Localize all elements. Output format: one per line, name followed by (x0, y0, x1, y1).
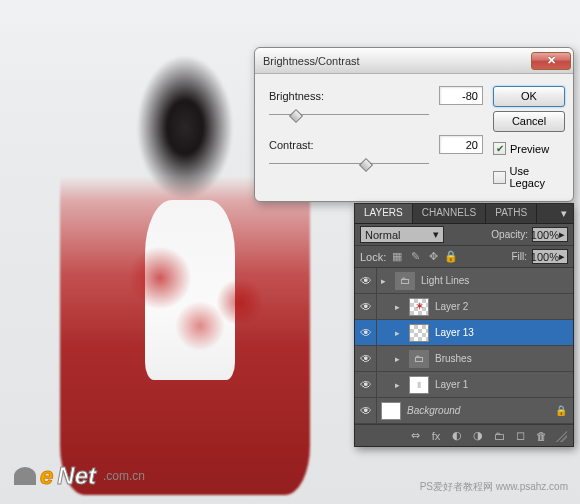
lock-icon: 🔒 (555, 405, 567, 416)
chevron-icon: ▸ (559, 250, 565, 263)
tab-channels[interactable]: CHANNELS (413, 204, 486, 223)
disclosure-arrow-icon[interactable]: ▸ (395, 354, 403, 364)
lock-pixels-icon[interactable]: ✎ (409, 251, 421, 263)
layer-name: Light Lines (421, 275, 469, 286)
tab-paths[interactable]: PATHS (486, 204, 537, 223)
contrast-slider[interactable] (269, 158, 429, 174)
disclosure-arrow-icon[interactable]: ▸ (395, 380, 403, 390)
lock-transparent-icon[interactable]: ▦ (391, 251, 403, 263)
close-button[interactable]: ✕ (531, 52, 571, 70)
fill-input[interactable]: 100%▸ (532, 249, 568, 264)
visibility-toggle[interactable]: 👁 (355, 294, 377, 319)
layer-thumbnail (409, 324, 429, 342)
logo-net: Net (57, 462, 96, 490)
lock-position-icon[interactable]: ✥ (427, 251, 439, 263)
brightness-row: Brightness: (269, 86, 483, 105)
ok-button[interactable]: OK (493, 86, 565, 107)
controls-area: Brightness: Contrast: (269, 86, 483, 189)
folder-icon: 🗀 (409, 350, 429, 368)
layer-row-light-lines[interactable]: 👁 ▸ 🗀 Light Lines (355, 268, 573, 294)
preview-row[interactable]: ✔ Preview (493, 142, 565, 155)
brightness-input[interactable] (439, 86, 483, 105)
link-layers-icon[interactable]: ⇔ (408, 429, 422, 443)
preview-label: Preview (510, 143, 549, 155)
disclosure-arrow-icon[interactable]: ▸ (395, 328, 403, 338)
lock-icons: ▦ ✎ ✥ 🔒 (391, 251, 457, 263)
contrast-slider-thumb[interactable] (359, 158, 373, 172)
contrast-input[interactable] (439, 135, 483, 154)
resize-grip[interactable] (555, 430, 567, 442)
legacy-row[interactable]: Use Legacy (493, 165, 565, 189)
brightness-contrast-dialog: Brightness/Contrast ✕ Brightness: Contra… (254, 47, 574, 202)
lock-row: Lock: ▦ ✎ ✥ 🔒 Fill: 100%▸ (355, 246, 573, 268)
disclosure-arrow-icon[interactable]: ▸ (381, 276, 389, 286)
dialog-title: Brightness/Contrast (263, 55, 531, 67)
chevron-down-icon: ▾ (433, 228, 439, 241)
lock-label: Lock: (360, 251, 386, 263)
brightness-label: Brightness: (269, 90, 339, 102)
close-icon: ✕ (547, 54, 556, 67)
layer-row-layer13[interactable]: 👁 ▸ Layer 13 (355, 320, 573, 346)
opacity-value: 100% (531, 229, 559, 241)
layers-footer: ⇔ fx ◐ ◑ 🗀 ◻ 🗑 (355, 424, 573, 446)
layer-thumbnail: ✶ (409, 298, 429, 316)
brightness-slider-thumb[interactable] (289, 109, 303, 123)
layer-thumbnail: ▮ (409, 376, 429, 394)
visibility-toggle[interactable]: 👁 (355, 346, 377, 371)
contrast-label: Contrast: (269, 139, 339, 151)
cancel-button[interactable]: Cancel (493, 111, 565, 132)
mask-icon[interactable]: ◐ (450, 429, 464, 443)
blend-mode-value: Normal (365, 229, 400, 241)
panel-menu-button[interactable]: ▾ (555, 204, 573, 223)
layer-name: Background (407, 405, 460, 416)
dialog-titlebar[interactable]: Brightness/Contrast ✕ (255, 48, 573, 74)
layer-row-layer2[interactable]: 👁 ▸ ✶ Layer 2 (355, 294, 573, 320)
folder-icon: 🗀 (395, 272, 415, 290)
new-layer-icon[interactable]: ◻ (513, 429, 527, 443)
fill-value: 100% (531, 251, 559, 263)
layer-name: Layer 1 (435, 379, 468, 390)
lock-all-icon[interactable]: 🔒 (445, 251, 457, 263)
group-icon[interactable]: 🗀 (492, 429, 506, 443)
layer-row-brushes[interactable]: 👁 ▸ 🗀 Brushes (355, 346, 573, 372)
visibility-toggle[interactable]: 👁 (355, 320, 377, 345)
buttons-column: OK Cancel ✔ Preview Use Legacy (493, 86, 565, 189)
watermark-logo: e Net .com.cn (14, 462, 145, 490)
delete-icon[interactable]: 🗑 (534, 429, 548, 443)
chevron-icon: ▸ (559, 228, 565, 241)
disclosure-arrow-icon[interactable]: ▸ (395, 302, 403, 312)
fill-label: Fill: (511, 251, 527, 262)
logo-cn: .com.cn (103, 469, 145, 483)
layer-row-background[interactable]: 👁 Background 🔒 (355, 398, 573, 424)
contrast-row: Contrast: (269, 135, 483, 154)
blend-mode-select[interactable]: Normal ▾ (360, 226, 444, 243)
butterfly-icon (14, 467, 36, 485)
footer-credit: PS爱好者教程网 www.psahz.com (420, 480, 568, 494)
opacity-label: Opacity: (491, 229, 528, 240)
photo-splatter (100, 230, 300, 350)
visibility-toggle[interactable]: 👁 (355, 268, 377, 293)
dialog-body: Brightness: Contrast: OK Cancel ✔ (255, 74, 573, 201)
opacity-input[interactable]: 100%▸ (532, 227, 568, 242)
slider-track (269, 163, 429, 164)
layer-name: Layer 13 (435, 327, 474, 338)
fx-icon[interactable]: fx (429, 429, 443, 443)
logo-e: e (40, 462, 53, 490)
menu-icon: ▾ (561, 207, 567, 220)
layer-thumbnail (381, 402, 401, 420)
layer-list: 👁 ▸ 🗀 Light Lines 👁 ▸ ✶ Layer 2 👁 ▸ Laye… (355, 268, 573, 424)
panel-tabs: LAYERS CHANNELS PATHS ▾ (355, 204, 573, 224)
visibility-toggle[interactable]: 👁 (355, 372, 377, 397)
tab-layers[interactable]: LAYERS (355, 204, 413, 223)
preview-checkbox[interactable]: ✔ (493, 142, 506, 155)
legacy-label: Use Legacy (510, 165, 566, 189)
brightness-slider[interactable] (269, 109, 429, 125)
adjustment-icon[interactable]: ◑ (471, 429, 485, 443)
visibility-toggle[interactable]: 👁 (355, 398, 377, 423)
blend-row: Normal ▾ Opacity: 100%▸ (355, 224, 573, 246)
layer-row-layer1[interactable]: 👁 ▸ ▮ Layer 1 (355, 372, 573, 398)
layer-name: Layer 2 (435, 301, 468, 312)
legacy-checkbox[interactable] (493, 171, 506, 184)
layer-name: Brushes (435, 353, 472, 364)
layers-panel: LAYERS CHANNELS PATHS ▾ Normal ▾ Opacity… (354, 203, 574, 447)
